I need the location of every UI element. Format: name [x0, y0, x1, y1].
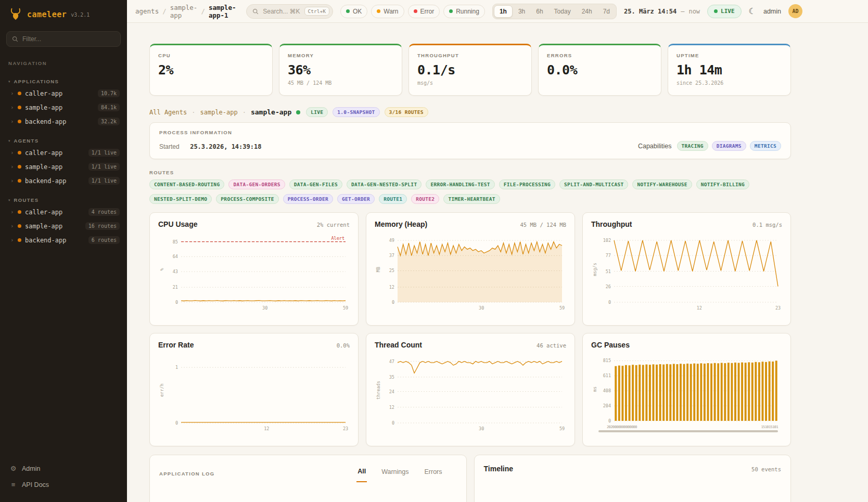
dashboard-content: CPU2%MEMORY36%45 MB / 124 MBTHROUGHPUT0.…	[127, 23, 868, 502]
chart-svg: 856443210%3059Alert	[158, 231, 350, 314]
svg-text:%: %	[159, 268, 164, 271]
capabilities-label: Capabilities	[638, 143, 672, 150]
list-icon: ≡	[9, 481, 17, 488]
sidebar-footer-admin[interactable]: ⚙Admin	[3, 460, 124, 477]
sidebar-item-agents-caller-app[interactable]: ›caller-app1/1 live	[0, 146, 127, 160]
sidebar-group-header[interactable]: ▾AGENTS	[0, 136, 127, 146]
breadcrumb: agents/sample-app/sample-app-1	[135, 4, 239, 19]
range-button-24h[interactable]: 24h	[577, 5, 597, 18]
timeline-event-count: 50 events	[751, 466, 781, 472]
route-badge-data-gen-orders[interactable]: DATA-GEN-ORDERS	[228, 179, 285, 189]
agent-breadcrumb-link-sample-app[interactable]: sample-app	[200, 109, 237, 116]
route-badge-notify-billing[interactable]: NOTIFY-BILLING	[696, 179, 749, 189]
sidebar-group-header[interactable]: ▾APPLICATIONS	[0, 76, 127, 86]
route-badge-file-processing[interactable]: FILE-PROCESSING	[499, 179, 555, 189]
chart-plot: 473524120threads3059	[375, 352, 566, 436]
sidebar-item-routes-backend-app[interactable]: ›backend-app6 routes	[0, 233, 127, 247]
log-tab-errors[interactable]: Errors	[423, 465, 443, 482]
live-dot	[714, 9, 718, 13]
log-tab-all[interactable]: All	[356, 465, 367, 482]
status-dot	[18, 210, 21, 214]
route-badge-split-and-multicast[interactable]: SPLIT-AND-MULTICAST	[559, 179, 628, 189]
datetime-separator: —	[681, 8, 684, 15]
stat-card-memory: MEMORY36%45 MB / 124 MB	[279, 44, 402, 96]
range-button-7d[interactable]: 7d	[598, 5, 615, 18]
svg-text:0: 0	[608, 418, 611, 423]
svg-text:12: 12	[389, 405, 394, 410]
process-info-row: Started 25.3.2026, 14:39:18 Capabilities…	[159, 141, 781, 151]
chart-title: Error Rate	[158, 341, 194, 349]
svg-text:0: 0	[175, 300, 178, 305]
svg-text:611: 611	[603, 373, 611, 378]
route-badge-nested-split-demo[interactable]: NESTED-SPLIT-DEMO	[149, 194, 212, 204]
status-dot	[18, 165, 21, 169]
svg-text:59: 59	[343, 305, 348, 311]
agent-breadcrumb-link-all-agents[interactable]: All Agents	[149, 109, 187, 116]
range-button-6h[interactable]: 6h	[531, 5, 548, 18]
status-filter-running[interactable]: Running	[443, 5, 485, 18]
chart-plot: 1027751260msg/s1223	[591, 231, 782, 316]
sidebar-item-label: backend-app	[25, 177, 66, 185]
theme-toggle-button[interactable]: ☾	[749, 7, 756, 16]
stat-value: 0.1/s	[417, 62, 523, 78]
route-badge-notify-warehouse[interactable]: NOTIFY-WAREHOUSE	[632, 179, 692, 189]
svg-text:21: 21	[173, 285, 178, 290]
status-dot	[414, 9, 417, 13]
global-search[interactable]: Search... ⌘K Ctrl+K	[246, 4, 333, 19]
sidebar-group-header[interactable]: ▾ROUTES	[0, 195, 127, 205]
range-button-today[interactable]: Today	[549, 5, 576, 18]
route-badge-timer-heartbeat[interactable]: TIMER-HEARTBEAT	[443, 194, 500, 204]
stat-value: 36%	[288, 62, 393, 78]
route-badge-data-gen-files[interactable]: DATA-GEN-FILES	[289, 179, 342, 189]
sidebar-footer-label: API Docs	[22, 481, 49, 488]
chart-card-throughput: Throughput0.1 msg/s1027751260msg/s1223	[582, 212, 791, 326]
sidebar-item-applications-caller-app[interactable]: ›caller-app10.7k	[0, 86, 127, 100]
sidebar-item-applications-sample-app[interactable]: ›sample-app84.1k	[0, 100, 127, 114]
svg-text:ms: ms	[592, 387, 597, 392]
avatar[interactable]: AD	[788, 4, 802, 18]
status-filter-error[interactable]: Error	[408, 5, 440, 18]
chart-card-memory-heap: Memory (Heap)45 MB / 124 MB493725120MB30…	[366, 212, 575, 326]
svg-text:12: 12	[389, 285, 394, 290]
sidebar-item-routes-caller-app[interactable]: ›caller-app4 routes	[0, 205, 127, 219]
filter-input[interactable]	[22, 35, 115, 43]
sidebar-item-count: 32.2k	[98, 118, 120, 125]
sidebar-item-routes-sample-app[interactable]: ›sample-app16 routes	[0, 219, 127, 233]
svg-text:37: 37	[389, 253, 394, 258]
separator-dot: ·	[192, 109, 195, 116]
search-icon	[12, 36, 18, 42]
search-shortcut: Ctrl+K	[304, 7, 329, 16]
route-badge-data-gen-nested-split[interactable]: DATA-GEN-NESTED-SPLIT	[347, 179, 422, 189]
status-filters: OKWarnErrorRunning	[340, 5, 485, 18]
log-tabs: AllWarningsErrors	[356, 465, 443, 482]
sidebar-filter[interactable]	[6, 31, 121, 47]
log-tab-warnings[interactable]: Warnings	[380, 465, 410, 482]
route-badge-get-order[interactable]: GET-ORDER	[337, 194, 375, 204]
route-badge-error-handling-test[interactable]: ERROR-HANDLING-TEST	[426, 179, 494, 189]
sidebar-item-agents-backend-app[interactable]: ›backend-app1/1 live	[0, 174, 127, 188]
breadcrumb-item-agents[interactable]: agents	[135, 7, 159, 15]
status-filter-ok[interactable]: OK	[340, 5, 367, 18]
route-badge-content-based-routing[interactable]: CONTENT-BASED-ROUTING	[149, 179, 224, 189]
sidebar-footer-api-docs[interactable]: ≡API Docs	[3, 477, 124, 493]
nav-section-label: NAVIGATION	[8, 60, 119, 66]
svg-text:0: 0	[392, 420, 394, 426]
range-button-3h[interactable]: 3h	[513, 5, 530, 18]
status-filter-warn[interactable]: Warn	[371, 5, 404, 18]
route-badge-process-composite[interactable]: PROCESS-COMPOSITE	[216, 194, 278, 204]
chart-header: GC Pauses	[591, 341, 782, 349]
time-display: 25. März 14:54 — now	[624, 8, 700, 15]
stat-cards: CPU2%MEMORY36%45 MB / 124 MBTHROUGHPUT0.…	[149, 44, 791, 96]
sidebar-item-agents-sample-app[interactable]: ›sample-app1/1 live	[0, 160, 127, 174]
route-badge-route2[interactable]: ROUTE2	[411, 194, 439, 204]
breadcrumb-item-sample-app[interactable]: sample-app	[170, 4, 198, 19]
sidebar-item-count: 6 routes	[88, 236, 120, 244]
chart-svg: 473524120threads3059	[375, 352, 566, 434]
sidebar-item-applications-backend-app[interactable]: ›backend-app32.2k	[0, 114, 127, 128]
main-area: agents/sample-app/sample-app-1 Search...…	[127, 0, 868, 502]
route-badge-process-order[interactable]: PROCESS-ORDER	[283, 194, 333, 204]
chart-current-value: 0.0%	[337, 342, 350, 349]
agent-breadcrumb: All Agents·sample-app·sample-appLIVE1.0-…	[149, 107, 791, 117]
route-badge-route1[interactable]: ROUTE1	[379, 194, 407, 204]
range-button-1h[interactable]: 1h	[494, 5, 513, 18]
